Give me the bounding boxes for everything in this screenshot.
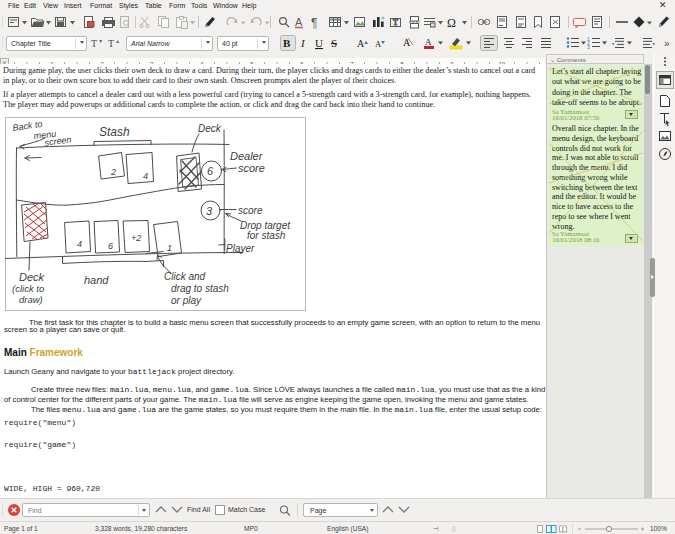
svg-text:T: T (393, 18, 398, 27)
svg-text:hand: hand (84, 274, 109, 286)
svg-text:score: score (238, 162, 265, 174)
svg-text:A: A (295, 16, 303, 28)
svg-text:B: B (283, 37, 291, 49)
svg-text:»: » (664, 38, 670, 49)
svg-text:A: A (357, 38, 365, 49)
svg-text:6: 6 (207, 165, 214, 177)
svg-text:A: A (403, 37, 411, 48)
svg-text:4: 4 (143, 171, 148, 181)
svg-text:Deck: Deck (198, 123, 222, 134)
svg-text:¶: ¶ (311, 16, 317, 30)
svg-text:score: score (238, 205, 263, 216)
svg-text:T: T (108, 38, 114, 49)
svg-text:6: 6 (108, 241, 113, 251)
svg-text:1: 1 (167, 243, 172, 253)
svg-text:U: U (315, 37, 323, 49)
svg-text:Deck: Deck (19, 271, 45, 283)
svg-text:or play: or play (171, 295, 202, 306)
svg-text:T: T (91, 38, 97, 49)
svg-text:A: A (425, 37, 432, 47)
svg-text:A: A (375, 39, 382, 49)
svg-text:I: I (300, 37, 306, 49)
svg-text:2: 2 (110, 167, 116, 177)
svg-text:+2: +2 (131, 233, 141, 243)
svg-text:Stash: Stash (99, 125, 130, 139)
svg-text:Dealer: Dealer (230, 150, 264, 162)
svg-text:for stash: for stash (247, 230, 286, 241)
svg-text:Ω: Ω (447, 16, 456, 30)
svg-text:drag to stash: drag to stash (171, 283, 229, 294)
svg-text:Click and: Click and (164, 271, 206, 282)
svg-text:3: 3 (587, 44, 590, 50)
svg-text:Player: Player (226, 243, 255, 254)
svg-text:S: S (331, 37, 337, 49)
svg-text:3: 3 (206, 205, 213, 217)
svg-text:4: 4 (77, 239, 82, 249)
svg-text:(click to: (click to (12, 283, 44, 294)
svg-text:draw): draw) (19, 294, 43, 305)
